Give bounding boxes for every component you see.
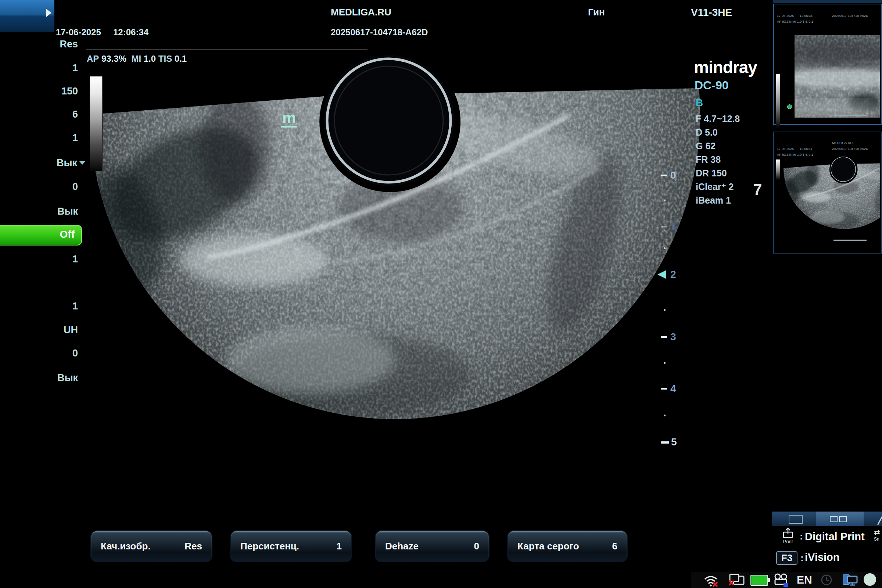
thumb1-time: 12:06:34	[800, 14, 813, 18]
language-indicator[interactable]: EN	[797, 574, 812, 586]
menu-item-value-1d[interactable]: 1	[0, 301, 78, 312]
frame-a-icon	[830, 516, 837, 522]
print-export-icon	[781, 527, 795, 540]
ruler-dot	[664, 414, 666, 416]
f3-colon: :	[800, 552, 804, 564]
menu-item-off-highlighted[interactable]: Off	[0, 225, 82, 246]
display-disconnected-icon[interactable]	[727, 573, 745, 588]
thumb2-date: 17-06-2025	[777, 147, 794, 151]
ruler-label-1: 1	[671, 221, 677, 232]
single-frame-icon[interactable]	[789, 515, 802, 524]
softkey-value: 1	[337, 541, 342, 552]
thumb2-ap-line: AP 93.3% MI 1.0 TIS 0.1	[777, 153, 813, 156]
menu-item-value-1b[interactable]: 1	[0, 132, 78, 144]
dual-monitor-icon[interactable]	[842, 573, 859, 588]
ap-value: 93.3%	[101, 54, 126, 64]
f3-action-label: iVision	[805, 551, 840, 563]
tabstrip-edge-icon	[877, 513, 882, 525]
ruler-dot	[664, 362, 666, 364]
menu-item-value-1c[interactable]: 1	[0, 254, 78, 265]
mi-value: 1.0	[144, 54, 156, 64]
ultrasound-screen: MEDLIGA.RU Гин V11-3HE 17-06-2025 12:06:…	[0, 0, 882, 588]
softkey-image-quality[interactable]: Кач.изобр. Res	[90, 530, 212, 562]
menu-item-value-6[interactable]: 6	[0, 109, 78, 120]
thumb1-date: 17-06-2025	[777, 14, 794, 18]
site-name: MEDLIGA.RU	[331, 7, 392, 18]
thumbnail-1[interactable]: 17-06-2025 12:06:34 20250617-104718-A62D…	[773, 4, 882, 125]
softkey-persistence[interactable]: Персистенц. 1	[230, 530, 352, 562]
f3-key[interactable]: F3	[776, 551, 798, 565]
battery-icon	[750, 575, 768, 586]
focus-position-marker[interactable]	[657, 270, 666, 279]
softkey-label: Dehaze	[385, 541, 418, 552]
model-name: DC-90	[694, 79, 728, 92]
cine-recorder-icon	[773, 573, 789, 588]
print-key-label: Print	[778, 539, 798, 544]
ruler-dot	[664, 248, 666, 249]
system-tray: EN	[691, 572, 882, 588]
system-menu-tab[interactable]	[0, 0, 54, 32]
ruler-tick-3	[661, 336, 667, 338]
dual-frame-tab[interactable]	[816, 512, 864, 526]
softkey-gray-map[interactable]: Карта серого 6	[507, 530, 628, 562]
thumb1-accession: 20250617-104718-A62D	[832, 14, 868, 18]
image-counter: 7	[753, 181, 762, 198]
param-gain: G 62	[696, 139, 740, 153]
save-arrows-icon: ⇄	[874, 528, 882, 537]
status-circle	[864, 573, 876, 586]
softkey-label: Карта серого	[518, 541, 579, 552]
exam-time: 12:06:34	[113, 27, 148, 38]
menu-item-uh[interactable]: UH	[0, 324, 78, 336]
thumb2-site: MEDLIGA.RU	[832, 141, 853, 145]
clock-icon	[820, 574, 833, 588]
menu-item-off-dropdown[interactable]: Вык	[0, 157, 85, 169]
thumb1-grayscale-bar	[776, 74, 780, 129]
param-framerate: FR 38	[696, 153, 740, 166]
ruler-tick-4	[661, 388, 667, 390]
param-depth: D 5.0	[696, 126, 740, 139]
param-frequency: F 4.7~12.8	[696, 112, 740, 126]
softkey-value: Res	[184, 541, 202, 552]
param-iclear: iClear⁺ 2	[696, 180, 740, 194]
menu-item-off3[interactable]: Вык	[0, 372, 78, 384]
softkey-value: 6	[612, 541, 617, 552]
param-ibeam: iBeam 1	[696, 194, 740, 207]
accession-number: 20250617-104718-A62D	[331, 27, 428, 38]
header-separator	[86, 49, 368, 50]
exam-type: Гин	[588, 7, 605, 18]
thumb2-accession: 20250617-104718-A62D	[832, 147, 868, 151]
softkey-dehaze[interactable]: Dehaze 0	[375, 530, 489, 562]
menu-item-value-0b[interactable]: 0	[0, 348, 78, 359]
softkey-value: 0	[474, 541, 479, 552]
softkey-label: Кач.изобр.	[101, 541, 151, 552]
menu-item-off2[interactable]: Вык	[0, 206, 78, 217]
expand-arrow-icon	[46, 9, 51, 17]
imaging-mode: B	[696, 97, 703, 109]
mi-label: MI	[131, 54, 141, 64]
thumb2-grayscale-bar	[776, 159, 780, 180]
thumbnail-panel-edge	[773, 0, 882, 3]
frame-b-icon	[839, 516, 847, 522]
menu-item-value-0[interactable]: 0	[0, 181, 78, 193]
ruler-label-0: 0	[670, 170, 676, 181]
ruler-label-4: 4	[670, 383, 676, 395]
ruler-tick-0	[661, 175, 667, 176]
imaging-parameters: F 4.7~12.8 D 5.0 G 62 FR 38 DR 150 iClea…	[696, 112, 740, 207]
ruler-dot	[664, 309, 666, 311]
print-key[interactable]: Print	[778, 527, 798, 544]
tis-label: TIS	[158, 54, 172, 64]
ruler-tick-1	[661, 226, 667, 228]
wifi-disconnected-icon[interactable]	[703, 573, 720, 588]
softkey-label: Персистенц.	[240, 541, 299, 552]
menu-item-value-1[interactable]: 1	[0, 63, 78, 74]
menu-item-value-150[interactable]: 150	[0, 86, 78, 97]
grayscale-bar	[90, 76, 103, 171]
thumbnail-2[interactable]: MEDLIGA.RU 17-06-2025 12:06:11 20250617-…	[773, 132, 882, 254]
thumb2-time: 12:06:11	[800, 147, 812, 151]
param-dynamicrange: DR 150	[696, 166, 740, 180]
orientation-marker: m	[281, 110, 297, 128]
ruler-label-2: 2	[670, 268, 676, 280]
acoustic-output-readout: AP 93.3% MI 1.0 TIS 0.1	[87, 54, 187, 64]
save-key-partial[interactable]: ⇄ Sn	[874, 528, 882, 542]
menu-item-res[interactable]: Res	[0, 39, 78, 50]
